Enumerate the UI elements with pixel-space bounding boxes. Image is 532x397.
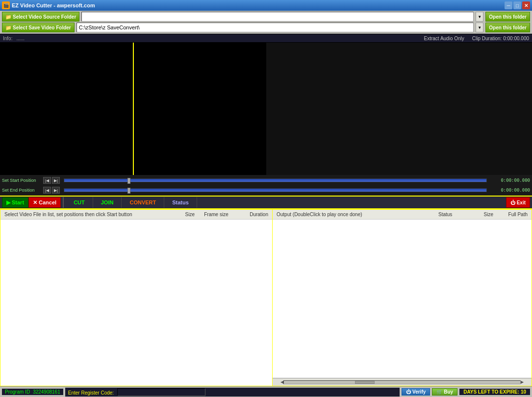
maximize-button[interactable]: □ [513, 1, 521, 9]
program-id-value: 3224908161 [33, 389, 60, 395]
output-status-header: Status [436, 211, 471, 218]
start-position-label: Set Start Position [2, 178, 41, 183]
days-left-display: DAYS LEFT TO EXPIRE: 10 [459, 389, 530, 395]
end-slider-row: Set End Position |◀ ▶| 0:00:00.000 [2, 186, 530, 195]
output-horizontal-scrollbar[interactable]: ◀ ▶ [273, 378, 532, 386]
output-size-header: Size [471, 211, 495, 218]
content-area: Select Video File in list, set positions… [0, 209, 532, 386]
end-slider-controls: |◀ ▶| [43, 187, 60, 194]
scroll-right-arrow[interactable]: ▶ [521, 380, 524, 384]
start-slider-row: Set Start Position |◀ ▶| 0:00:00.000 [2, 176, 530, 185]
input-duration-header: Duration [236, 211, 270, 218]
title-bar: 🎬 EZ Video Cutter - awpersoft.com ─ □ ✕ [0, 0, 532, 11]
buy-icon: 🛒 [436, 389, 442, 395]
open-save-folder-button[interactable]: Open this folder [485, 23, 530, 32]
start-slider-track[interactable] [64, 178, 487, 182]
output-panel-header: Output (DoubleClick to play once done) S… [273, 210, 532, 220]
start-next-frame-button[interactable]: ▶| [52, 177, 60, 184]
input-panel: Select Video File in list, set positions… [0, 210, 273, 386]
start-slider-controls: |◀ ▶| [43, 177, 60, 184]
play-icon: ▶ [6, 199, 10, 206]
cancel-icon: ✕ [33, 199, 37, 206]
end-next-frame-button[interactable]: ▶| [52, 187, 60, 194]
title-bar-left: 🎬 EZ Video Cutter - awpersoft.com [2, 1, 95, 9]
register-code-input[interactable] [117, 388, 205, 396]
program-id-section: Program ID 3224908161 [2, 389, 63, 395]
status-bar: Program ID 3224908161 Enter Register Cod… [0, 386, 532, 397]
info-dots: ...... [16, 36, 25, 41]
register-code-section: Enter Register Code: [65, 388, 400, 397]
program-id-label: Program ID [5, 389, 30, 395]
output-panel: Output (DoubleClick to play once done) S… [273, 210, 532, 386]
start-time-display: 0:00:00.000 [491, 178, 530, 183]
output-panel-content [273, 220, 532, 378]
source-folder-row: 📁 Select Video Source Folder ▼ Open this… [2, 12, 530, 22]
start-prev-frame-button[interactable]: |◀ [43, 177, 51, 184]
end-slider-thumb[interactable] [127, 188, 130, 194]
input-filename-header: Select Video File in list, set positions… [2, 211, 167, 218]
video-area [0, 43, 532, 175]
input-panel-header: Select Video File in list, set positions… [0, 210, 272, 220]
app-icon: 🎬 [2, 1, 10, 9]
info-label: Info: [3, 36, 12, 41]
close-button[interactable]: ✕ [522, 1, 530, 9]
main-window: 📁 Select Video Source Folder ▼ Open this… [0, 11, 532, 397]
output-fullpath-header: Full Path [495, 211, 530, 218]
buy-button[interactable]: 🛒 Buy [432, 388, 457, 396]
power-icon: ⏻ [510, 200, 515, 205]
verify-button[interactable]: ⏻ Verify [402, 388, 430, 396]
convert-tab[interactable]: CONVERT [122, 197, 164, 208]
select-save-button[interactable]: 📁 Select Save Video Folder [2, 23, 75, 32]
input-panel-content [0, 220, 272, 386]
minimize-button[interactable]: ─ [505, 1, 512, 9]
title-bar-buttons: ─ □ ✕ [505, 1, 530, 9]
start-button[interactable]: ▶ Start [2, 197, 28, 208]
save-folder-row: 📁 Select Save Video Folder ▼ Open this f… [2, 23, 530, 32]
video-panel-left [0, 43, 266, 175]
extract-audio-label: Extract Audio Only [424, 36, 464, 41]
status-tab[interactable]: Status [164, 197, 197, 208]
cancel-button[interactable]: ✕ Cancel [28, 197, 61, 208]
info-bar: Info: ...... Extract Audio Only Clip Dur… [0, 34, 532, 43]
end-prev-frame-button[interactable]: |◀ [43, 187, 51, 194]
register-label: Enter Register Code: [68, 390, 114, 395]
info-bar-left: Info: ...... [3, 36, 25, 41]
input-framesize-header: Frame size [197, 211, 236, 218]
source-path-input[interactable] [81, 12, 474, 22]
clip-duration-label: Clip Duration: 0:00:00.000 [472, 36, 529, 41]
action-separator-1 [63, 197, 64, 208]
exit-button[interactable]: ⏻ Exit [506, 197, 530, 208]
end-position-label: Set End Position [2, 188, 41, 193]
source-path-dropdown[interactable]: ▼ [476, 12, 483, 22]
video-panel-right [266, 43, 532, 175]
save-path-input[interactable] [76, 23, 474, 32]
action-bar: ▶ Start ✕ Cancel CUT JOIN CONVERT Status… [0, 196, 532, 209]
select-source-button[interactable]: 📁 Select Video Source Folder [2, 12, 79, 22]
folder-icon: 📁 [5, 14, 11, 20]
h-scrollbar-track[interactable] [283, 380, 521, 384]
open-source-folder-button[interactable]: Open this folder [485, 12, 530, 22]
join-tab[interactable]: JOIN [93, 197, 122, 208]
window-title: EZ Video Cutter - awpersoft.com [12, 2, 95, 8]
verify-icon: ⏻ [406, 389, 411, 395]
save-path-dropdown[interactable]: ▼ [476, 23, 483, 32]
end-time-display: 0:00:00.000 [491, 188, 530, 193]
input-size-header: Size [167, 211, 197, 218]
playhead-line [133, 43, 134, 175]
start-slider-thumb[interactable] [127, 178, 130, 184]
output-filename-header: Output (DoubleClick to play once done) [275, 211, 436, 218]
save-folder-icon: 📁 [5, 25, 11, 30]
h-scrollbar-thumb[interactable] [355, 381, 375, 384]
toolbar: 📁 Select Video Source Folder ▼ Open this… [0, 11, 532, 34]
end-slider-track[interactable] [64, 188, 487, 192]
slider-area: Set Start Position |◀ ▶| 0:00:00.000 Set… [0, 175, 532, 196]
info-bar-right: Extract Audio Only Clip Duration: 0:00:0… [424, 36, 529, 41]
cut-tab[interactable]: CUT [66, 197, 93, 208]
